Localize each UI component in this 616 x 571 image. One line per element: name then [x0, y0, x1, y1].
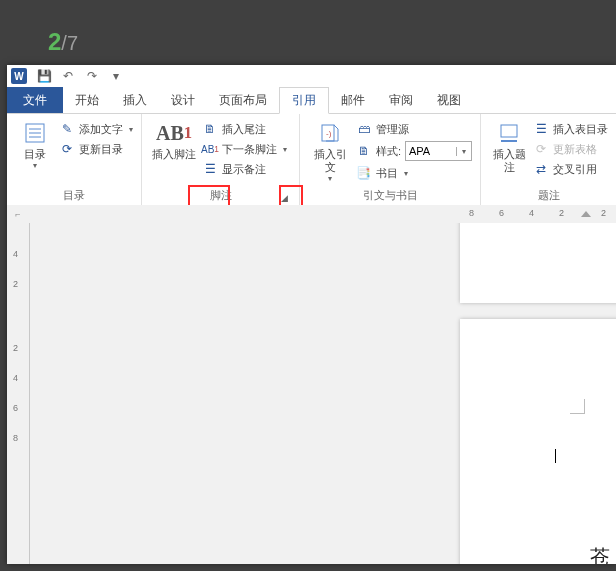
- show-notes-icon: ☰: [202, 161, 218, 177]
- next-footnote-icon: AB1: [202, 141, 218, 157]
- tab-review[interactable]: 审阅: [377, 87, 425, 113]
- tab-layout[interactable]: 页面布局: [207, 87, 279, 113]
- cross-reference-icon: ⇄: [533, 161, 549, 177]
- chevron-down-icon: ▾: [404, 169, 408, 178]
- chevron-down-icon: ▾: [328, 174, 332, 183]
- text-cursor: [555, 449, 556, 463]
- page-total: /7: [61, 32, 78, 54]
- tab-references[interactable]: 引用: [279, 87, 329, 114]
- chevron-down-icon: ▾: [33, 161, 37, 170]
- insert-citation-button[interactable]: -) 插入引文 ▾: [306, 118, 353, 185]
- next-footnote-button[interactable]: AB1 下一条脚注 ▾: [200, 140, 289, 158]
- horizontal-ruler[interactable]: 8 6 4 2 2: [29, 205, 616, 224]
- paper-area[interactable]: 苍，: [30, 223, 616, 564]
- vertical-ruler[interactable]: 4 2 2 4 6 8: [7, 223, 30, 564]
- document-workspace: ⌐ 8 6 4 2 2 4 2 2 4 6 8: [7, 205, 616, 564]
- bibliography-icon: 📑: [356, 165, 372, 181]
- tab-insert[interactable]: 插入: [111, 87, 159, 113]
- app-icon: W: [11, 68, 27, 84]
- ribbon: 目录 ▾ ✎ 添加文字 ▾ ⟳ 更新目录: [7, 114, 616, 207]
- insert-table-of-figures-button[interactable]: ☰ 插入表目录: [531, 120, 610, 138]
- add-text-button[interactable]: ✎ 添加文字 ▾: [57, 120, 135, 138]
- margin-corner-mark: [570, 399, 585, 414]
- manage-sources-button[interactable]: 🗃 管理源: [354, 120, 474, 138]
- group-label-footnotes: 脚注 ◢: [148, 188, 293, 206]
- ribbon-tabs: 文件 开始 插入 设计 页面布局 引用 邮件 审阅 视图: [7, 87, 616, 114]
- citation-style-combo[interactable]: ▾: [405, 141, 472, 161]
- group-citations: -) 插入引文 ▾ 🗃 管理源 🗎 样式:: [300, 114, 481, 206]
- footnote-icon: AB1: [161, 120, 187, 146]
- quick-access-toolbar: W 💾 ↶ ↷ ▾: [7, 65, 616, 87]
- toc-button[interactable]: 目录 ▾: [13, 118, 57, 172]
- undo-icon[interactable]: ↶: [61, 69, 75, 83]
- save-icon[interactable]: 💾: [37, 69, 51, 83]
- tab-view[interactable]: 视图: [425, 87, 473, 113]
- citation-style-input[interactable]: [406, 145, 456, 157]
- outer-page-counter: 2/7: [48, 28, 78, 56]
- svg-rect-6: [501, 125, 517, 137]
- group-label-captions: 题注: [487, 188, 610, 206]
- word-window: W 💾 ↶ ↷ ▾ 文件 开始 插入 设计 页面布局 引用 邮件 审阅 视图: [7, 65, 616, 564]
- tab-home[interactable]: 开始: [63, 87, 111, 113]
- tab-file[interactable]: 文件: [7, 87, 63, 113]
- update-toc-icon: ⟳: [59, 141, 75, 157]
- group-label-citations: 引文与书目: [306, 188, 474, 206]
- ruler-corner: ⌐: [7, 205, 29, 224]
- toc-icon: [22, 120, 48, 146]
- group-toc: 目录 ▾ ✎ 添加文字 ▾ ⟳ 更新目录: [7, 114, 142, 206]
- show-notes-button[interactable]: ☰ 显示备注: [200, 160, 289, 178]
- redo-icon[interactable]: ↷: [85, 69, 99, 83]
- document-page[interactable]: 苍，: [460, 319, 616, 564]
- update-toc-button[interactable]: ⟳ 更新目录: [57, 140, 135, 158]
- insert-caption-button[interactable]: 插入题注: [487, 118, 531, 176]
- customize-qat-icon[interactable]: ▾: [109, 69, 123, 83]
- indent-marker[interactable]: [581, 211, 591, 217]
- manage-sources-icon: 🗃: [356, 121, 372, 137]
- update-table-icon: ⟳: [533, 141, 549, 157]
- tab-design[interactable]: 设计: [159, 87, 207, 113]
- chevron-down-icon: ▾: [129, 125, 133, 134]
- chevron-down-icon: ▾: [283, 145, 287, 154]
- group-captions: 插入题注 ☰ 插入表目录 ⟳ 更新表格 ⇄ 交叉引用: [481, 114, 616, 206]
- endnote-icon: 🗎: [202, 121, 218, 137]
- citation-style-control[interactable]: 🗎 样式: ▾: [354, 140, 474, 162]
- tof-icon: ☰: [533, 121, 549, 137]
- citation-icon: -): [317, 120, 343, 146]
- caption-icon: [496, 120, 522, 146]
- document-page-top[interactable]: [460, 223, 616, 303]
- tab-mailings[interactable]: 邮件: [329, 87, 377, 113]
- insert-endnote-button[interactable]: 🗎 插入尾注: [200, 120, 289, 138]
- bibliography-button[interactable]: 📑 书目 ▾: [354, 164, 474, 182]
- update-table-button: ⟳ 更新表格: [531, 140, 610, 158]
- page-current: 2: [48, 28, 61, 55]
- style-icon: 🗎: [356, 143, 372, 159]
- svg-text:-): -): [326, 129, 332, 138]
- add-text-icon: ✎: [59, 121, 75, 137]
- group-footnotes: AB1 插入脚注 🗎 插入尾注 AB1 下一条脚注 ▾: [142, 114, 300, 206]
- cross-reference-button[interactable]: ⇄ 交叉引用: [531, 160, 610, 178]
- document-text-fragment: 苍，: [590, 544, 616, 564]
- group-label-toc: 目录: [13, 188, 135, 206]
- insert-footnote-button[interactable]: AB1 插入脚注: [148, 118, 200, 163]
- chevron-down-icon[interactable]: ▾: [456, 147, 471, 156]
- footnotes-dialog-launcher-icon[interactable]: ◢: [277, 191, 291, 205]
